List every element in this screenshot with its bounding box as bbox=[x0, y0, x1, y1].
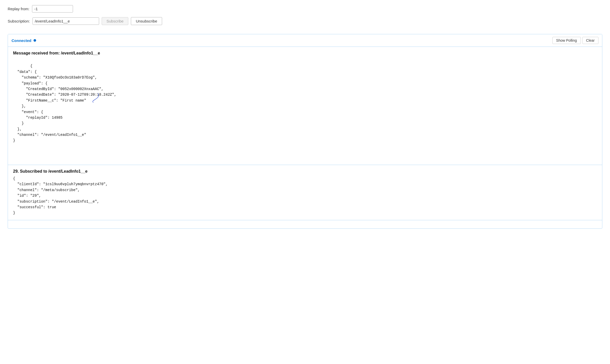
message-title-2: 29. Subscribed to /event/LeadInfo1__e bbox=[13, 169, 597, 174]
panel-actions: Show Polling Clear bbox=[552, 37, 598, 44]
replay-row: Replay from: bbox=[8, 5, 602, 13]
subscription-input[interactable] bbox=[33, 17, 99, 25]
connected-dot-icon bbox=[34, 39, 36, 42]
replay-label: Replay from: bbox=[8, 7, 29, 11]
connected-text: Connected bbox=[12, 38, 31, 43]
panel-body: Message received from: /event/LeadInfo1_… bbox=[8, 47, 602, 228]
message-content-2: { "clientId": "1csl9uu6vpluh7ymqbnvrptz4… bbox=[13, 176, 597, 216]
message-title-1: Message received from: /event/LeadInfo1_… bbox=[13, 51, 597, 56]
show-polling-button[interactable]: Show Polling bbox=[552, 37, 581, 44]
message-block-1: Message received from: /event/LeadInfo1_… bbox=[8, 47, 602, 165]
message-text-1: { "data": { "schema": "X10QfseDcOo183a0r… bbox=[13, 64, 116, 142]
message-block-2: 29. Subscribed to /event/LeadInfo1__e { … bbox=[8, 165, 602, 220]
replay-input[interactable] bbox=[32, 5, 73, 13]
clear-button[interactable]: Clear bbox=[582, 37, 598, 44]
subscription-label: Subscription: bbox=[8, 19, 30, 23]
subscription-row: Subscription: Subscribe Unsubscribe bbox=[8, 17, 602, 25]
subscribe-button[interactable]: Subscribe bbox=[102, 17, 129, 25]
message-block-3 bbox=[8, 220, 602, 228]
connected-status: Connected bbox=[12, 38, 36, 43]
main-panel: Connected Show Polling Clear Message rec… bbox=[8, 34, 602, 229]
message-content-1: { "data": { "schema": "X10QfseDcOo183a0r… bbox=[13, 58, 597, 161]
unsubscribe-button[interactable]: Unsubscribe bbox=[131, 17, 162, 25]
panel-header: Connected Show Polling Clear bbox=[8, 34, 602, 47]
